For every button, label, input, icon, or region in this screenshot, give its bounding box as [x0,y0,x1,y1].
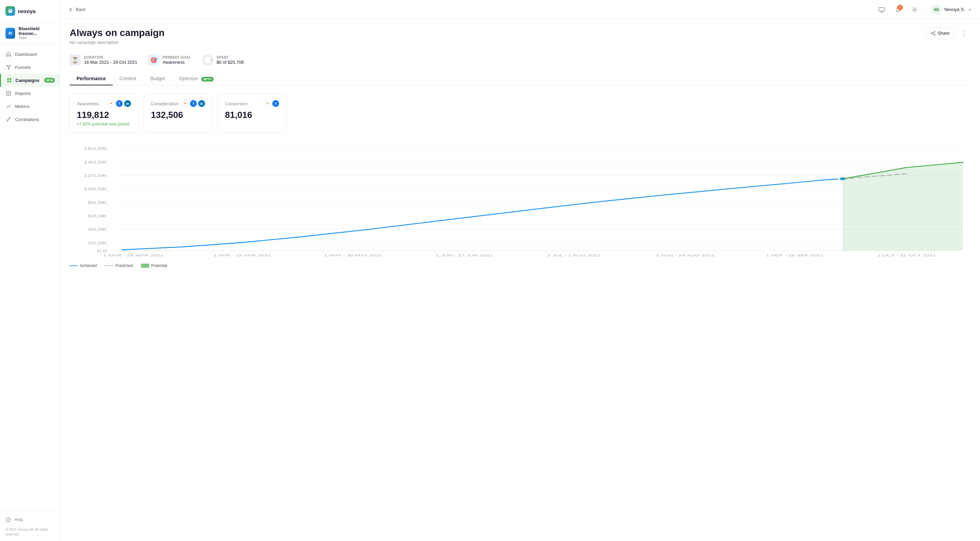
google-ads-icon [108,100,115,107]
svg-point-20 [914,9,916,10]
duration-item: ⏳ DURATION 16 Mar 2021 - 28 Oct 2021 [70,54,137,65]
team-section[interactable]: BI Blueshield Insuran... Team [0,22,60,44]
svg-text:160,0K: 160,0K [83,147,107,151]
sidebar-item-funnels[interactable]: Funnels [0,61,60,74]
sidebar-item-reports[interactable]: Reports [0,87,60,100]
svg-point-23 [934,34,935,35]
svg-text:40,0K: 40,0K [88,227,107,231]
conversion-platform-icons: f [264,100,279,107]
logo-area[interactable]: nexoya [0,0,60,22]
topbar-divider [926,5,926,14]
awareness-platform-icons: f in [108,100,131,107]
notification-button[interactable]: 3 [892,4,904,15]
logo-icon [5,6,15,16]
topbar: Back 3 [60,0,980,19]
linkedin-icon: in [198,100,205,107]
svg-text:1 JUN - 27 JUN 2021: 1 JUN - 27 JUN 2021 [436,254,493,257]
page-header: Always on campaign No campaign descripti… [70,27,970,45]
share-button[interactable]: Share [925,27,955,39]
back-label: Back [76,7,86,12]
awareness-card: Awareness f in 119,812 +7.81% potential … [70,94,138,133]
nav: Dashboard Funnels Campaigns NEW [0,44,60,511]
svg-text:?: ? [8,519,10,522]
page-description: No campaign description [70,40,165,45]
sidebar-item-metrics[interactable]: Metrics [0,100,60,113]
consideration-card-title: Consideration [151,101,178,106]
settings-button[interactable] [909,4,920,15]
conversion-card: Conversion f 81,016 [218,94,286,133]
campaigns-new-badge: NEW [44,78,55,83]
legend-potential: Potential [141,263,167,268]
tab-budget[interactable]: Budget [143,72,172,85]
chart-legend: Achieved Predicted Potential [70,263,970,268]
help-label: Help [14,517,23,522]
spent-info: SPENT $0 of $25,706 [217,56,244,65]
legend-achieved-label: Achieved [80,263,97,268]
team-name: Blueshield Insuran... [19,26,54,36]
correlations-icon [5,116,12,123]
sidebar-item-dashboard[interactable]: Dashboard [0,48,60,61]
goal-icon: 🎯 [148,54,159,65]
facebook-icon: f [116,100,123,107]
user-avatar: NS [931,5,942,15]
screen-share-button[interactable] [876,4,887,15]
sidebar-item-label: Correlations [15,117,39,122]
spent-item: SPENT $0 of $25,706 [202,54,244,65]
tab-budget-label: Budget [150,76,165,81]
sidebar-footer: ? Help © 2021 nexoya ltd. All rights res… [0,511,60,541]
sidebar-item-label: Funnels [15,65,31,70]
legend-achieved: Achieved [70,263,97,268]
sidebar-item-label: Reports [15,91,31,96]
facebook-icon: f [190,100,197,107]
sidebar-item-campaigns[interactable]: Campaigns NEW [0,74,60,87]
consideration-platform-icons: f in [182,100,205,107]
svg-text:1 MAY - 30 MAY 2021: 1 MAY - 30 MAY 2021 [324,254,383,257]
topbar-actions: 3 NS Nexoya S. [876,4,972,15]
header-actions: Share ⋮ [925,27,970,39]
awareness-value: 119,812 [77,110,131,120]
notification-badge: 3 [897,5,903,10]
svg-point-26 [204,56,212,64]
page-title: Always on campaign [70,27,165,38]
metrics-icon [5,103,12,109]
svg-line-13 [9,119,10,119]
svg-point-22 [931,33,932,33]
goal-value: Awareness [162,60,191,65]
tab-content-label: Content [120,76,137,81]
tab-content[interactable]: Content [113,72,143,85]
help-icon: ? [5,517,11,522]
svg-point-21 [934,31,935,32]
metric-cards: Awareness f in 119,812 +7.81% potential … [70,94,970,133]
legend-predicted-label: Predicted [115,263,133,268]
google-ads-icon [182,100,189,107]
svg-rect-2 [10,78,11,80]
awareness-trend: +7.81% potential next period [77,122,131,127]
team-info: Blueshield Insuran... Team [19,26,54,40]
back-button[interactable]: Back [68,7,86,12]
goal-label: PRIMARY GOAL [162,56,191,59]
tab-optimize-label: Optimize [179,76,198,81]
svg-text:120,0K: 120,0K [83,173,107,178]
duration-label: DURATION [84,56,137,59]
tab-optimize[interactable]: Optimize BETA [172,72,221,85]
more-options-button[interactable]: ⋮ [958,28,970,39]
consideration-value: 132,506 [151,110,205,120]
back-arrow-icon [68,7,74,12]
performance-chart: 160,0K 140,0K 120,0K 100,0K 80,0K 60,0K … [70,141,970,258]
funnel-icon [5,64,12,70]
sidebar: nexoya BI Blueshield Insuran... Team Das… [0,0,60,541]
share-label: Share [937,30,950,36]
campaigns-icon [6,77,12,83]
help-item[interactable]: ? Help [5,515,54,525]
copyright-text: © 2021 nexoya ltd. All rights reserved. [5,527,54,537]
consideration-card-header: Consideration f in [151,100,205,107]
goal-info: PRIMARY GOAL Awareness [162,56,191,65]
awareness-card-header: Awareness f in [77,100,131,107]
svg-text:1 APR - 25 APR 2021: 1 APR - 25 APR 2021 [213,254,271,257]
duration-info: DURATION 16 Mar 2021 - 28 Oct 2021 [84,56,137,65]
tab-performance[interactable]: Performance [70,72,113,85]
user-menu-button[interactable]: NS Nexoya S. [931,5,972,15]
conversion-value: 81,016 [225,110,279,120]
sidebar-item-correlations[interactable]: Correlations [0,113,60,126]
main-content: Back 3 [60,0,980,541]
